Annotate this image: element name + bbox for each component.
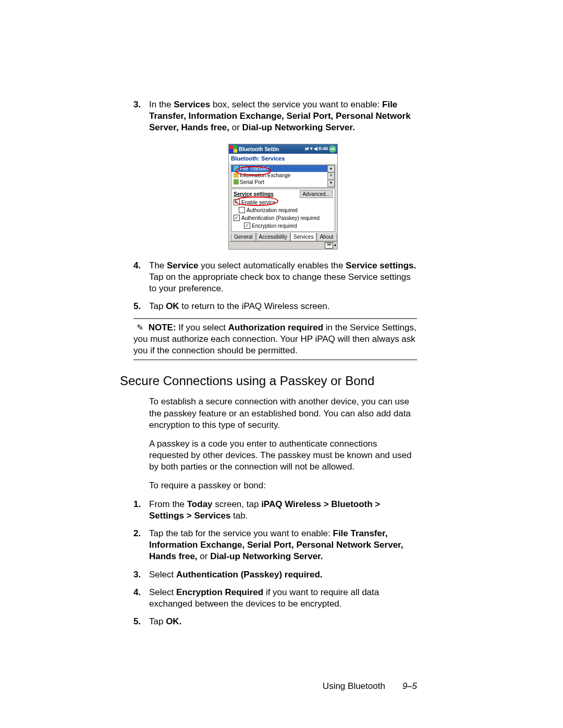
subsection-heading: Secure Connections using a Passkey or Bo… [120,373,417,389]
scroll-thumb[interactable]: ≡ [327,172,335,180]
advanced-button[interactable]: Advanced... [300,190,333,198]
annotation-circle-icon [236,166,271,176]
window-title: Bluetooth Settin [239,146,305,153]
step-body: In the Services box, select the service … [149,99,417,133]
document-page: 3. In the Services box, select the servi… [0,0,563,728]
steps-list-top-cont: 4. The Service you select automatically … [149,260,417,312]
tab-accessibility[interactable]: Accessibility [256,233,290,241]
ok-button[interactable]: ok [329,145,336,153]
step-4b: 4. Select Encryption Required if you wan… [149,587,417,610]
status-icons: ⇄ ▾ ◀ 8:46 ok [305,145,336,153]
checkbox-icon[interactable]: ✓ [234,215,240,221]
step-3b: 3. Select Authentication (Passkey) requi… [149,569,417,581]
windows-start-icon[interactable] [230,145,237,153]
annotation-circle-icon [235,196,278,206]
step-number: 5. [133,301,149,312]
step-number: 3. [133,99,149,110]
step-number: 1. [133,499,149,510]
connectivity-icon[interactable]: ⇄ [305,146,309,152]
footer-chapter: Using Bluetooth [323,681,385,691]
tab-services[interactable]: Services [290,233,316,241]
sip-bar: ⌨ ▴ [229,241,337,249]
step-number: 4. [133,587,149,598]
step-3: 3. In the Services box, select the servi… [149,99,417,133]
step-4: 4. The Service you select automatically … [149,260,417,294]
list-item[interactable]: Serial Port [231,179,335,186]
tab-bar: General Accessibility Services About [229,233,337,241]
step-5b: 5. Tap OK. [149,616,417,627]
embedded-screenshot: Bluetooth Settin ⇄ ▾ ◀ 8:46 ok Bluetooth… [228,144,338,249]
step-body: Tap OK. [149,616,417,627]
note-block: ✎ NOTE: If you select Authorization requ… [133,318,417,360]
step-number: 4. [133,260,149,272]
paragraph: To establish a secure connection with an… [149,396,417,430]
service-settings-panel: Service settings Advanced... ✓Enable ser… [231,189,335,232]
keyboard-icon[interactable]: ⌨ [325,242,333,249]
serial-port-icon [234,179,239,184]
tab-general[interactable]: General [231,233,256,241]
clock-text: 8:46 [319,146,328,152]
footer-page-number: 9–5 [402,681,417,691]
steps-list-top: 3. In the Services box, select the servi… [149,99,417,133]
checkbox-icon[interactable] [239,207,245,213]
paragraph: To require a passkey or bond: [149,480,417,491]
step-5: 5. Tap OK to return to the iPAQ Wireless… [149,301,417,312]
step-1: 1. From the Today screen, tap iPAQ Wirel… [149,499,417,522]
titlebar: Bluetooth Settin ⇄ ▾ ◀ 8:46 ok [229,144,337,154]
step-number: 2. [133,528,149,539]
page-footer: Using Bluetooth 9–5 [323,681,417,692]
paragraph: A passkey is a code you enter to authent… [149,438,417,473]
scroll-down-button[interactable]: ▾ [327,180,335,187]
note-label: NOTE: [149,323,176,332]
screen-heading: Bluetooth: Services [229,154,337,163]
step-body: Select Encryption Required if you want t… [149,587,417,610]
step-body: From the Today screen, tap iPAQ Wireless… [149,499,417,522]
step-number: 5. [133,616,149,627]
volume-icon[interactable]: ◀ [314,146,317,152]
content-region: 3. In the Services box, select the servi… [149,99,417,627]
step-2: 2. Tap the tab for the service you want … [149,528,417,562]
sip-arrow-icon[interactable]: ▴ [334,242,336,248]
step-body: The Service you select automatically ena… [149,260,417,294]
authentication-passkey-row[interactable]: ✓Authentication (Passkey) required [234,215,333,221]
signal-icon[interactable]: ▾ [310,146,313,152]
step-body: Select Authentication (Passkey) required… [149,569,417,581]
step-body: Tap OK to return to the iPAQ Wireless sc… [149,301,417,312]
steps-list-bottom: 1. From the Today screen, tap iPAQ Wirel… [149,499,417,627]
tab-about[interactable]: About [316,233,336,241]
services-listbox[interactable]: File Transfer Information Exchange Seria… [231,165,335,188]
encryption-required-row[interactable]: ✓Encryption required [244,223,333,229]
note-icon: ✎ [133,323,146,334]
authorization-required-row[interactable]: Authorization required [239,207,333,214]
scroll-up-button[interactable]: ▴ [327,165,335,172]
step-number: 3. [133,569,149,581]
step-body: Tap the tab for the service you want to … [149,528,417,562]
checkbox-icon[interactable]: ✓ [244,223,250,229]
